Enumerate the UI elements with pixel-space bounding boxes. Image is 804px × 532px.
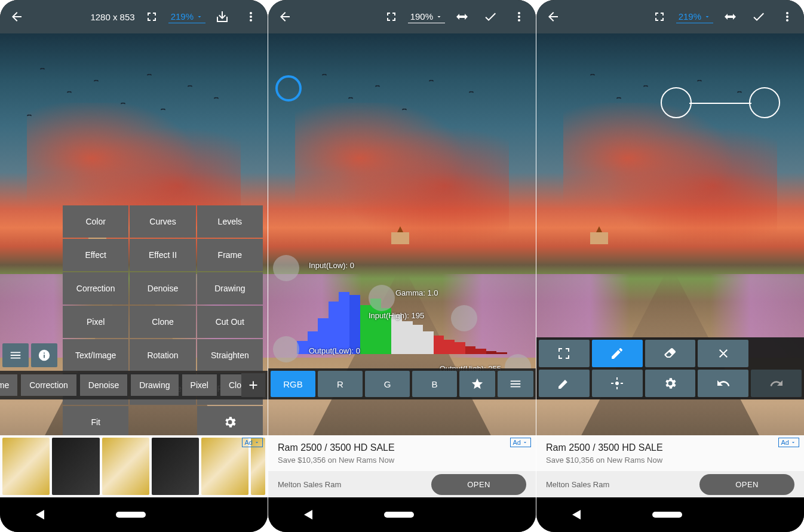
nav-home-icon[interactable] xyxy=(384,512,414,518)
menu-color[interactable]: Color xyxy=(63,205,128,238)
straighten-handles[interactable] xyxy=(661,87,780,123)
topbar: 1280 x 853 219% xyxy=(0,0,268,33)
nav-back-icon[interactable] xyxy=(572,510,581,519)
image-dimensions: 1280 x 853 xyxy=(90,12,134,22)
tab-item[interactable]: ame xyxy=(0,374,17,396)
ad-image xyxy=(2,438,50,495)
menu-levels[interactable]: Levels xyxy=(197,205,263,238)
tools-menu: Color Curves Levels Effect Effect II Fra… xyxy=(63,205,263,438)
tab-item[interactable]: Denoise xyxy=(80,374,127,396)
back-icon[interactable] xyxy=(5,5,29,29)
nav-back-icon[interactable] xyxy=(36,510,44,519)
zoom-dropdown[interactable]: 219% xyxy=(676,10,713,23)
fullscreen-icon[interactable] xyxy=(648,5,671,29)
channel-b[interactable]: B xyxy=(412,371,457,397)
ad-banner[interactable]: Ad Ram 2500 / 3500 HD SALE Save $10,356 … xyxy=(268,435,536,497)
nav-back-icon[interactable] xyxy=(304,510,312,519)
menu-denoise[interactable]: Denoise xyxy=(130,272,195,305)
expand-icon[interactable] xyxy=(539,340,590,367)
add-tab-button[interactable] xyxy=(241,373,265,397)
levels-histogram: Input(Low): 0 Gamma: 1.0 Input(High): 19… xyxy=(273,265,531,366)
phone-screenshot-3: 219% Ad Ram 2500 / 3500 HD SALE xyxy=(536,0,804,532)
back-icon[interactable] xyxy=(541,5,565,29)
handle-line xyxy=(689,103,751,104)
fullscreen-icon[interactable] xyxy=(140,5,164,29)
ad-image xyxy=(102,438,149,495)
ad-source: Melton Sales Ram xyxy=(278,480,431,489)
ad-open-button[interactable]: OPEN xyxy=(431,474,526,495)
close-icon[interactable] xyxy=(698,340,748,367)
tab-item[interactable]: Pixel xyxy=(182,374,217,396)
tab-item[interactable]: Correction xyxy=(21,374,76,396)
apply-icon[interactable] xyxy=(478,5,502,29)
download-icon[interactable] xyxy=(210,5,234,29)
back-icon[interactable] xyxy=(273,5,297,29)
menu-effect2[interactable]: Effect II xyxy=(130,239,195,271)
pencil-icon[interactable] xyxy=(592,340,643,367)
menu-correction[interactable]: Correction xyxy=(63,272,128,305)
tab-item[interactable]: Drawing xyxy=(131,374,178,396)
tab-scroll[interactable]: ame Correction Denoise Drawing Pixel Clo xyxy=(0,371,268,399)
compare-icon[interactable] xyxy=(718,5,742,29)
info-icon[interactable] xyxy=(31,343,57,367)
handle-right[interactable] xyxy=(749,87,780,118)
target-icon[interactable] xyxy=(592,370,643,397)
nav-home-icon[interactable] xyxy=(116,512,146,518)
fullscreen-icon[interactable] xyxy=(379,5,403,29)
ad-tag[interactable]: Ad xyxy=(778,438,799,447)
ad-open-button[interactable]: OPEN xyxy=(699,474,794,495)
zoom-dropdown[interactable]: 190% xyxy=(408,10,445,23)
ad-banner[interactable]: Ad xyxy=(0,435,268,497)
ad-tag[interactable]: Ad xyxy=(242,438,263,447)
gamma-handle[interactable] xyxy=(369,285,395,311)
eraser-icon[interactable] xyxy=(645,340,696,367)
topbar: 190% xyxy=(268,0,536,33)
zoom-dropdown[interactable]: 219% xyxy=(168,10,205,23)
settings-icon[interactable] xyxy=(645,370,696,397)
menu-frame[interactable]: Frame xyxy=(197,239,263,271)
svg-point-0 xyxy=(615,382,619,385)
ad-subtitle: Save $10,356 on New Rams Now xyxy=(546,456,794,465)
menu-curves[interactable]: Curves xyxy=(130,205,195,238)
edit-icon[interactable] xyxy=(539,370,590,397)
hamburger-icon[interactable] xyxy=(2,343,29,367)
phone-screenshot-1: 1280 x 853 219% Color Curves Levels Effe… xyxy=(0,0,268,532)
ad-source: Melton Sales Ram xyxy=(546,480,699,489)
menu-icon[interactable] xyxy=(498,371,533,397)
more-icon[interactable] xyxy=(775,5,799,29)
nav-home-icon[interactable] xyxy=(652,512,682,518)
color-picker-indicator[interactable] xyxy=(275,75,302,102)
image-canvas[interactable]: Input(Low): 0 Gamma: 1.0 Input(High): 19… xyxy=(268,33,536,496)
menu-drawing[interactable]: Drawing xyxy=(197,272,263,305)
android-navbar xyxy=(0,497,268,532)
compare-icon[interactable] xyxy=(450,5,474,29)
ad-banner[interactable]: Ad Ram 2500 / 3500 HD SALE Save $10,356 … xyxy=(536,435,804,497)
menu-fit[interactable]: Fit xyxy=(63,406,128,438)
channel-r[interactable]: R xyxy=(318,371,363,397)
ad-tag[interactable]: Ad xyxy=(510,438,531,447)
menu-pixel[interactable]: Pixel xyxy=(63,306,128,338)
menu-settings[interactable] xyxy=(197,406,263,438)
more-icon[interactable] xyxy=(507,5,531,29)
handle-left[interactable] xyxy=(661,87,692,118)
menu-effect[interactable]: Effect xyxy=(63,239,128,271)
input-high-handle[interactable] xyxy=(451,305,477,331)
redo-icon[interactable] xyxy=(751,370,802,397)
phone-screenshot-2: 190% Input(Low): 0 Gamma: 1.0 Input(High… xyxy=(268,0,536,532)
ad-image xyxy=(152,438,199,495)
more-icon[interactable] xyxy=(239,5,263,29)
apply-icon[interactable] xyxy=(747,5,771,29)
channel-g[interactable]: G xyxy=(365,371,410,397)
output-low-handle[interactable] xyxy=(273,336,299,362)
topbar: 219% xyxy=(536,0,804,33)
undo-icon[interactable] xyxy=(698,370,748,397)
menu-cutout[interactable]: Cut Out xyxy=(197,306,263,338)
image-canvas[interactable] xyxy=(536,33,804,496)
ad-subtitle: Save $10,356 on New Rams Now xyxy=(278,456,526,465)
favorite-icon[interactable] xyxy=(459,371,495,397)
image-canvas[interactable]: Color Curves Levels Effect Effect II Fra… xyxy=(0,33,268,496)
drawing-tools xyxy=(536,337,804,399)
input-low-handle[interactable] xyxy=(273,255,299,281)
menu-clone[interactable]: Clone xyxy=(130,306,195,338)
channel-rgb[interactable]: RGB xyxy=(271,371,315,397)
